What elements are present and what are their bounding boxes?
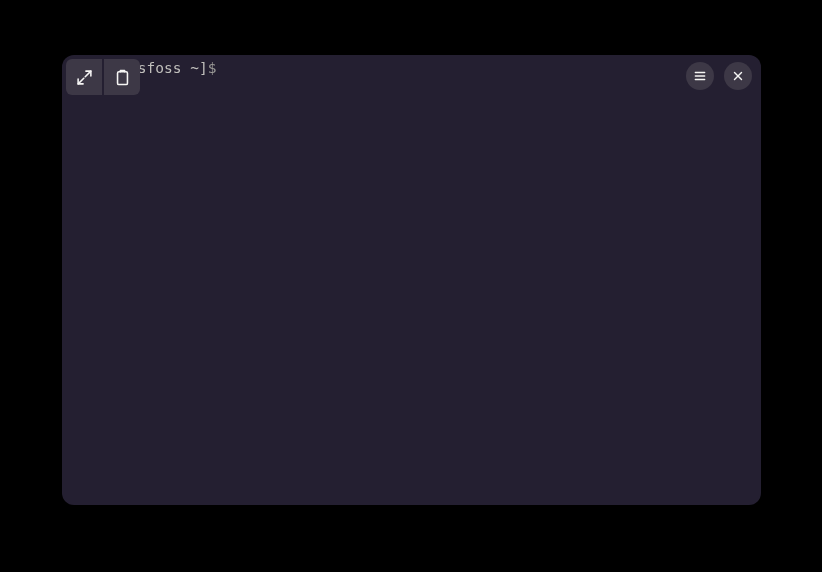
svg-rect-0 xyxy=(117,71,127,84)
hamburger-icon xyxy=(693,69,707,83)
overlay-left-toolbar xyxy=(66,59,140,95)
close-button[interactable] xyxy=(724,62,752,90)
expand-button[interactable] xyxy=(66,59,102,95)
expand-icon xyxy=(76,69,93,86)
overlay-right-toolbar xyxy=(686,62,752,90)
prompt-symbol: $ xyxy=(208,60,217,76)
terminal-window[interactable]: [ i tsfoss ~]$ xyxy=(62,55,761,505)
copy-icon xyxy=(114,69,131,86)
close-icon xyxy=(732,70,744,82)
menu-button[interactable] xyxy=(686,62,714,90)
copy-button[interactable] xyxy=(104,59,140,95)
terminal-output: [ i tsfoss ~]$ xyxy=(62,55,761,81)
